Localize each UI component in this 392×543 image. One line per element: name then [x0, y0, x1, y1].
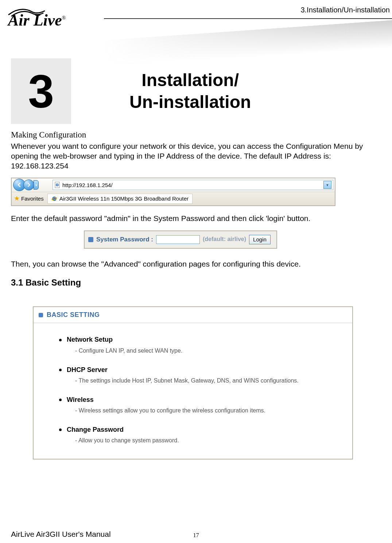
login-screenshot: System Password : (default: airlive) Log…: [84, 230, 277, 249]
item-title: Wireless: [67, 396, 94, 404]
list-item: Wireless - Wireless settings allow you t…: [59, 396, 338, 415]
ie-logo-icon: [51, 196, 57, 202]
forward-button-icon: [23, 179, 34, 190]
favorites-button: ★ Favorites: [14, 194, 44, 203]
panel-bullet-icon: [39, 313, 43, 317]
star-icon: ★: [14, 194, 20, 203]
logo-swoosh-icon: [8, 4, 66, 12]
making-configuration-heading: Making Configuration: [11, 129, 391, 140]
item-title: DHCP Server: [67, 366, 108, 374]
logo-text: Air Live: [8, 11, 62, 29]
system-password-label: System Password :: [96, 236, 153, 244]
registered-icon: ®: [62, 15, 66, 21]
url-text: http://192.168.1.254/: [62, 182, 322, 189]
login-button: Login: [249, 235, 271, 244]
basic-setting-heading: 3.1 Basic Setting: [11, 277, 391, 288]
url-dropdown-icon: ▾: [323, 181, 331, 189]
browser-address-bar-screenshot: ▾ http://192.168.1.254/ ▾ ★ Favorites: [11, 178, 335, 206]
item-desc: - Wireless settings allow you to configu…: [75, 407, 338, 415]
page-number: 17: [193, 532, 199, 539]
chapter-title-line2: Un-installation: [129, 91, 251, 113]
list-item: Network Setup - Configure LAN IP, and se…: [59, 336, 338, 354]
square-bullet-icon: [88, 237, 93, 242]
default-password-hint: (default: airlive): [203, 236, 246, 243]
footer-manual-title: AirLive Air3GII User's Manual: [11, 530, 111, 539]
favorites-label: Favorites: [21, 195, 44, 202]
basic-setting-panel: BASIC SETTING Network Setup - Configure …: [33, 306, 353, 459]
chapter-number: 3: [11, 58, 71, 124]
item-desc: - The settings include Host IP, Subnet M…: [75, 377, 338, 385]
list-item: DHCP Server - The settings include Host …: [59, 366, 338, 385]
item-desc: - Configure LAN IP, and select WAN type.: [75, 347, 338, 355]
browser-tab-title: Air3GII Wireless 11n 150Mbps 3G Broadban…: [59, 195, 189, 202]
breadcrumb: 3.Installation/Un-installation: [300, 6, 390, 14]
advanced-paragraph: Then, you can browse the "Advanced" conf…: [11, 259, 391, 269]
history-dropdown-icon: ▾: [34, 180, 39, 190]
ie-page-icon: [54, 182, 61, 188]
panel-title: BASIC SETTING: [47, 311, 100, 319]
header-rule: [104, 18, 392, 19]
password-input: [156, 235, 200, 244]
bullet-icon: [59, 428, 62, 431]
bullet-icon: [59, 399, 62, 401]
chapter-title: Installation/ Un-installation: [93, 69, 251, 113]
password-paragraph: Enter the default password "admin" in th…: [11, 213, 391, 223]
chapter-title-line1: Installation/: [129, 69, 251, 91]
bullet-icon: [59, 369, 62, 371]
airlive-logo: Air Live®: [8, 4, 66, 28]
item-title: Change Password: [67, 426, 124, 434]
list-item: Change Password - Allow you to change sy…: [59, 426, 338, 445]
item-desc: - Allow you to change system password.: [75, 437, 338, 445]
browser-tab: Air3GII Wireless 11n 150Mbps 3G Broadban…: [47, 194, 193, 204]
intro-paragraph: Whenever you want to configure your netw…: [11, 141, 391, 171]
item-title: Network Setup: [67, 336, 113, 344]
bullet-icon: [59, 339, 62, 341]
